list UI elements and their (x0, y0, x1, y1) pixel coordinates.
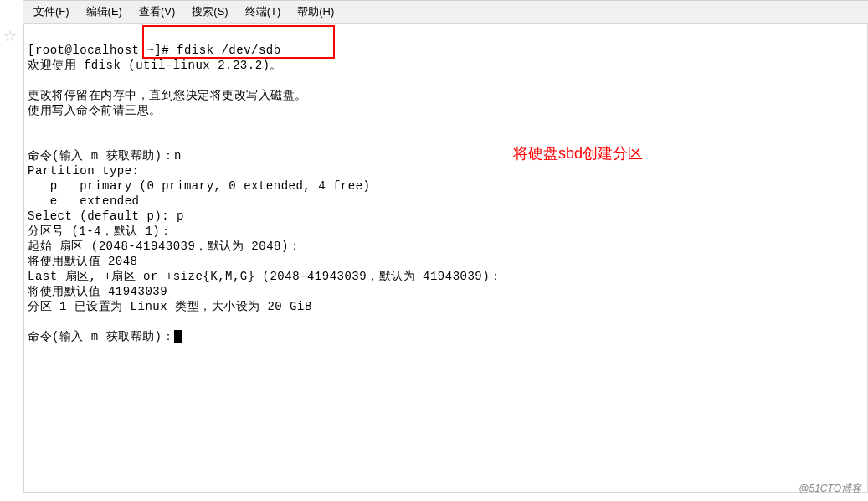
terminal-line: 命令(输入 m 获取帮助)： (28, 330, 174, 343)
menu-search[interactable]: 搜索(S) (188, 3, 231, 21)
terminal-line: 命令(输入 m 获取帮助)：n (28, 149, 182, 163)
menu-terminal[interactable]: 终端(T) (242, 3, 285, 21)
terminal-line: Partition type: (28, 164, 140, 178)
terminal-line: [root@localhost ~]# fdisk /dev/sdb (28, 44, 281, 57)
menu-help[interactable]: 帮助(H) (294, 3, 337, 21)
terminal-output: [root@localhost ~]# fdisk /dev/sdb 欢迎使用 … (24, 24, 867, 363)
star-icon: ☆ (3, 27, 17, 45)
terminal-area[interactable]: 将硬盘sbd创建分区 [root@localhost ~]# fdisk /de… (23, 23, 868, 493)
menu-file[interactable]: 文件(F) (30, 3, 73, 21)
terminal-line: Select (default p): p (28, 209, 184, 223)
terminal-line: 使用写入命令前请三思。 (28, 104, 162, 117)
terminal-line: 更改将停留在内存中，直到您决定将更改写入磁盘。 (28, 89, 307, 102)
menubar: 文件(F) 编辑(E) 查看(V) 搜索(S) 终端(T) 帮助(H) (23, 0, 868, 23)
menu-view[interactable]: 查看(V) (136, 3, 178, 21)
terminal-line: 分区 1 已设置为 Linux 类型，大小设为 20 GiB (28, 300, 312, 313)
cursor-icon (174, 330, 182, 343)
watermark: @51CTO博客 (799, 482, 861, 496)
terminal-line: Last 扇区, +扇区 or +size{K,M,G} (2048-41943… (28, 270, 502, 283)
terminal-line: 分区号 (1-4，默认 1)： (28, 225, 172, 238)
terminal-line: 欢迎使用 fdisk (util-linux 2.23.2)。 (28, 59, 282, 72)
annotation-text: 将硬盘sbd创建分区 (513, 143, 643, 163)
terminal-line: 将使用默认值 41943039 (28, 285, 167, 298)
terminal-line: 起始 扇区 (2048-41943039，默认为 2048)： (28, 240, 300, 253)
terminal-line: 将使用默认值 2048 (28, 255, 138, 268)
terminal-line: p primary (0 primary, 0 extended, 4 free… (28, 179, 370, 193)
terminal-line: e extended (28, 194, 140, 208)
menu-edit[interactable]: 编辑(E) (83, 3, 126, 21)
